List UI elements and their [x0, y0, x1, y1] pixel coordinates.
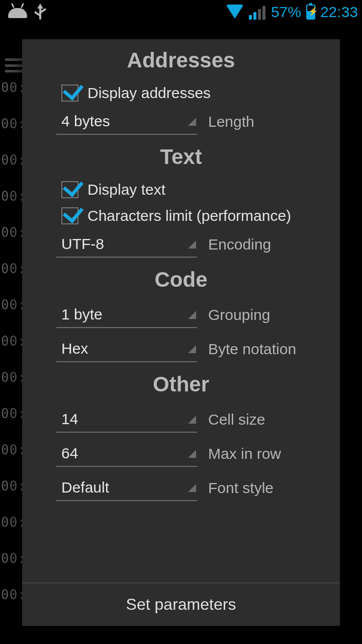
font-style-value: Default	[61, 479, 109, 496]
chevron-down-icon	[188, 118, 196, 126]
grouping-label: Grouping	[208, 306, 270, 324]
chevron-down-icon	[188, 416, 196, 424]
display-text-checkbox-row[interactable]: Display text	[22, 178, 340, 204]
usb-icon	[34, 4, 46, 21]
battery-percent: 57%	[271, 4, 301, 21]
chevron-down-icon	[188, 240, 196, 249]
display-text-label: Display text	[87, 181, 165, 198]
display-addresses-checkbox-row[interactable]: Display addresses	[22, 82, 340, 108]
chevron-down-icon	[188, 450, 196, 458]
wifi-icon	[226, 5, 244, 20]
check-icon	[61, 181, 78, 198]
cell-size-spinner[interactable]: 14	[56, 407, 197, 433]
font-style-spinner[interactable]: Default	[56, 475, 197, 501]
address-length-label: Length	[208, 113, 254, 130]
address-length-value: 4 bytes	[61, 113, 110, 130]
encoding-value: UTF-8	[61, 235, 104, 253]
grouping-spinner[interactable]: 1 byte	[56, 302, 197, 328]
max-in-row-spinner[interactable]: 64	[56, 441, 197, 467]
chevron-down-icon	[188, 484, 196, 492]
section-title-other: Other	[22, 372, 340, 396]
section-title-addresses: Addresses	[22, 48, 340, 72]
byte-notation-spinner[interactable]: Hex	[56, 336, 197, 362]
address-length-spinner[interactable]: 4 bytes	[56, 109, 197, 135]
characters-limit-checkbox-row[interactable]: Characters limit (performance)	[22, 204, 340, 230]
hamburger-icon	[5, 58, 23, 72]
chevron-down-icon	[188, 345, 196, 353]
section-title-code: Code	[22, 268, 340, 292]
set-parameters-button[interactable]: Set parameters	[22, 583, 340, 626]
set-parameters-label: Set parameters	[126, 595, 236, 614]
chevron-down-icon	[188, 311, 196, 319]
android-debug-icon	[8, 6, 27, 18]
font-style-label: Font style	[208, 479, 274, 497]
encoding-spinner[interactable]: UTF-8	[56, 231, 197, 258]
check-icon	[61, 85, 78, 102]
status-bar: 57% ⚡ 22:33	[0, 0, 362, 24]
characters-limit-label: Characters limit (performance)	[87, 207, 291, 224]
check-icon	[61, 207, 78, 224]
cell-size-value: 14	[61, 411, 78, 428]
grouping-value: 1 byte	[61, 306, 103, 323]
byte-notation-label: Byte notation	[208, 341, 296, 358]
encoding-label: Encoding	[208, 236, 271, 253]
max-in-row-label: Max in row	[208, 445, 281, 462]
clock: 22:33	[320, 4, 358, 21]
section-title-text: Text	[22, 145, 340, 169]
byte-notation-value: Hex	[61, 340, 88, 357]
max-in-row-value: 64	[61, 445, 78, 462]
display-addresses-label: Display addresses	[87, 85, 211, 102]
cell-signal-icon	[249, 5, 266, 20]
cell-size-label: Cell size	[208, 411, 265, 428]
battery-charging-icon: ⚡	[306, 5, 315, 20]
settings-dialog: Addresses Display addresses 4 bytes Leng…	[22, 39, 340, 626]
